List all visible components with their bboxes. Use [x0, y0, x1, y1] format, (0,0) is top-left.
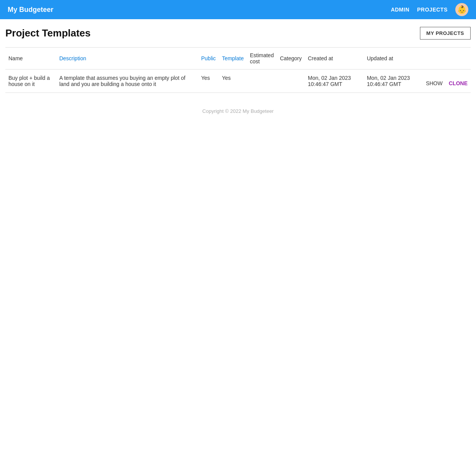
- navbar-brand[interactable]: My Budgeteer: [8, 6, 53, 14]
- avatar-icon: 👶: [457, 5, 467, 14]
- page-title: Project Templates: [5, 27, 91, 39]
- cell-template: Yes: [219, 69, 247, 93]
- footer: Copyright © 2022 My Budgeteer: [5, 104, 471, 118]
- show-button[interactable]: SHOW: [426, 80, 443, 86]
- cell-category: [277, 69, 305, 93]
- table-header-row: Name Description Public Template Estimat…: [5, 48, 471, 69]
- cell-updated-at: Mon, 02 Jan 2023 10:46:47 GMT: [364, 69, 423, 93]
- cell-public: Yes: [198, 69, 219, 93]
- col-name: Name: [5, 48, 56, 69]
- cell-estimated-cost: [247, 69, 277, 93]
- projects-link[interactable]: PROJECTS: [417, 7, 448, 13]
- navbar: My Budgeteer ADMIN PROJECTS 👶: [0, 0, 476, 19]
- avatar[interactable]: 👶: [455, 3, 468, 16]
- page-header: Project Templates MY PROJECTS: [5, 27, 471, 40]
- admin-link[interactable]: ADMIN: [391, 7, 409, 13]
- footer-text: Copyright © 2022 My Budgeteer: [202, 108, 274, 114]
- my-projects-button[interactable]: MY PROJECTS: [420, 27, 471, 40]
- col-category: Category: [277, 48, 305, 69]
- table-row: Buy plot + build a house on it A templat…: [5, 69, 471, 93]
- cell-actions: SHOW CLONE: [423, 69, 471, 93]
- col-estimated-cost: Estimatedcost: [247, 48, 277, 69]
- col-created-at: Created at: [305, 48, 364, 69]
- cell-name: Buy plot + build a house on it: [5, 69, 56, 93]
- col-template: Template: [219, 48, 247, 69]
- col-actions: [423, 48, 471, 69]
- clone-button[interactable]: CLONE: [449, 80, 468, 86]
- table-container: Name Description Public Template Estimat…: [5, 47, 471, 93]
- main-content: Project Templates MY PROJECTS Name Descr…: [0, 19, 476, 126]
- templates-table: Name Description Public Template Estimat…: [5, 48, 471, 93]
- cell-created-at: Mon, 02 Jan 2023 10:46:47 GMT: [305, 69, 364, 93]
- col-public: Public: [198, 48, 219, 69]
- col-updated-at: Updated at: [364, 48, 423, 69]
- cell-description: A template that assumes you buying an em…: [56, 69, 198, 93]
- col-description: Description: [56, 48, 198, 69]
- navbar-right: ADMIN PROJECTS 👶: [391, 3, 468, 16]
